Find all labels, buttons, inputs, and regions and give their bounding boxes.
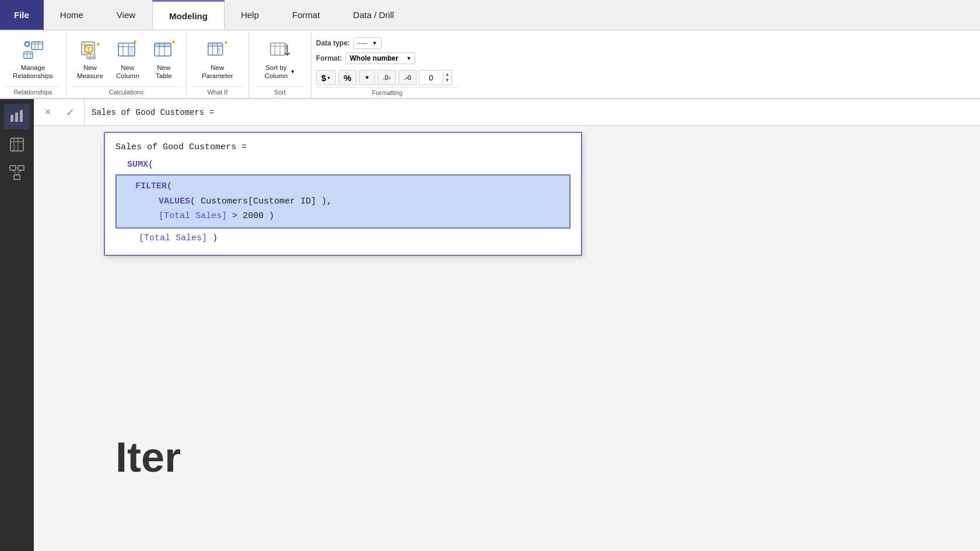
new-parameter-button[interactable]: ? ✦ New Parameter [191,35,244,83]
formula-popup[interactable]: Sales of Good Customers = SUMX( FILTER( … [104,132,582,256]
tab-format[interactable]: Format [276,0,337,30]
whatif-group-label: What If [191,86,244,97]
tab-modeling[interactable]: Modeling [152,0,225,30]
manage-relationships-label: Manage Relationships [13,64,53,80]
iter-text: Iter [116,433,181,481]
svg-text:✦: ✦ [223,40,228,46]
decimal-value-box[interactable]: ▲ ▼ [419,70,452,85]
tab-file[interactable]: File [0,0,44,30]
svg-text:∑: ∑ [87,46,91,53]
new-column-icon: ✦ [116,38,139,62]
sort-buttons: Sort by Column ▼ [254,35,306,85]
manage-relationships-button[interactable]: Manage Relationships [5,35,61,83]
tab-help[interactable]: Help [225,0,276,30]
formula-input[interactable]: Sales of Good Customers = [85,106,980,120]
formula-bar: × ✓ Sales of Good Customers = [34,99,980,126]
formula-line-3: [Total Sales] ) [116,231,570,246]
svg-rect-30 [155,43,171,47]
sort-by-column-label: Sort by Column ▼ [265,64,296,80]
svg-rect-44 [15,113,18,122]
ribbon-group-calculations: ∑ ✦ New Measure [66,33,187,98]
svg-rect-16 [86,54,96,59]
left-sidebar [0,99,34,551]
svg-text:?: ? [216,46,220,55]
calculations-group-label: Calculations [71,86,181,97]
ribbon-group-formatting: Data type: ── ▼ Format: Whole number ▼ $… [312,33,463,98]
svg-text:✦: ✦ [96,41,101,48]
svg-line-53 [13,170,17,175]
format-dropdown-arrow: ▼ [407,55,412,61]
new-table-icon: ✦ [152,38,176,62]
ribbon-group-relationships: Manage Relationships Relationships [0,33,66,98]
formatting-group-label: Formatting [316,87,459,97]
data-type-row: Data type: ── ▼ [316,37,459,49]
main-area: × ✓ Sales of Good Customers = Sales of G… [0,99,980,551]
sort-by-column-button[interactable]: Sort by Column ▼ [254,35,306,83]
relationships-buttons: Manage Relationships [5,35,61,85]
new-table-button[interactable]: ✦ New Table [146,35,181,83]
decimal-decrease-button[interactable]: .0₀ [377,70,396,85]
formula-highlighted-block: FILTER( VALUES( Customers[Customer ID] )… [116,174,570,229]
sidebar-icon-model[interactable] [4,160,30,185]
manage-relationships-icon [22,38,45,62]
svg-rect-18 [91,55,93,57]
calculations-buttons: ∑ ✦ New Measure [71,35,181,85]
svg-rect-5 [23,52,32,58]
formula-bar-controls: × ✓ [34,99,85,125]
svg-rect-43 [10,115,13,122]
canvas-area: Sales of Good Customers = SUMX( FILTER( … [34,126,980,551]
dollar-button[interactable]: $ ▼ [316,70,336,85]
svg-text:✦: ✦ [171,38,176,45]
svg-rect-45 [20,110,23,122]
svg-text:✦: ✦ [132,38,138,45]
format-row: Format: Whole number ▼ [316,52,459,64]
sort-by-column-icon [268,38,292,62]
tab-view[interactable]: View [100,0,152,30]
tab-bar: File Home View Modeling Help Format Data… [0,0,980,30]
decimal-increase-button[interactable]: .₀0 [398,70,416,85]
dollar-dropdown-arrow: ▼ [327,76,331,80]
comma-button[interactable]: • [359,70,375,85]
formula-cancel-button[interactable]: × [38,103,57,122]
percent-button[interactable]: % [338,70,356,85]
data-type-dropdown[interactable]: ── ▼ [354,37,382,49]
data-type-label: Data type: [316,39,350,47]
ribbon-group-whatif: ? ✦ New Parameter What If [187,33,249,98]
svg-rect-52 [14,175,20,180]
data-type-dropdown-arrow: ▼ [372,40,377,46]
tab-home[interactable]: Home [44,0,100,30]
new-parameter-label: New Parameter [202,64,233,80]
tab-data-drill[interactable]: Data / Drill [337,0,411,30]
decimal-up-arrow[interactable]: ▲ [443,72,452,78]
svg-rect-25 [128,47,134,56]
decimal-down-arrow[interactable]: ▼ [443,78,452,83]
new-table-label: New Table [156,64,172,80]
sidebar-icon-data[interactable] [4,132,30,157]
ribbon: Manage Relationships Relationships ∑ [0,30,980,99]
formula-condition-line: [Total Sales] > 2000 ) [124,209,562,224]
formula-filter-line: FILTER( [124,179,562,194]
format-dropdown[interactable]: Whole number ▼ [345,52,415,64]
sort-dropdown-arrow: ▼ [290,69,295,75]
format-label: Format: [316,54,342,62]
sidebar-icon-report[interactable] [4,104,30,129]
format-value: Whole number [349,54,398,62]
decimal-input[interactable] [419,73,443,82]
svg-rect-50 [10,166,16,170]
new-measure-button[interactable]: ∑ ✦ New Measure [71,35,109,83]
svg-line-10 [34,50,37,53]
new-column-label: New Column [116,64,139,80]
svg-rect-39 [271,43,285,55]
whatif-buttons: ? ✦ New Parameter [191,35,244,85]
decimal-arrows: ▲ ▼ [443,72,452,83]
new-parameter-icon: ? ✦ [206,38,229,62]
new-column-button[interactable]: ✦ New Column [110,35,145,83]
new-measure-icon: ∑ ✦ [78,38,102,62]
svg-rect-46 [10,138,23,151]
content-area: × ✓ Sales of Good Customers = Sales of G… [34,99,980,551]
formula-line-2: SUMX( [116,157,570,173]
new-measure-label: New Measure [77,64,103,80]
svg-rect-1 [32,42,43,50]
formula-values-line: VALUES( Customers[Customer ID] ), [124,194,562,209]
formula-confirm-button[interactable]: ✓ [61,103,79,122]
